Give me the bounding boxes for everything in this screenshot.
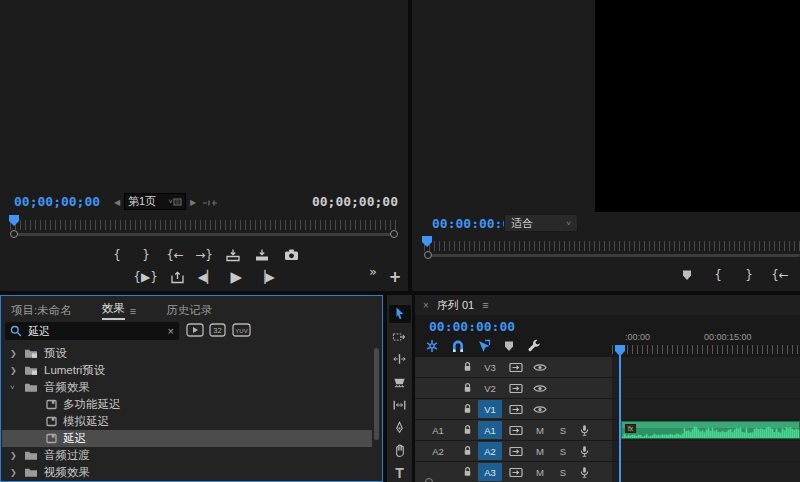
solo-button[interactable]: S bbox=[555, 441, 571, 461]
effects-tree-effect[interactable]: 延迟 bbox=[2, 430, 372, 447]
effects-scrollbar[interactable] bbox=[374, 348, 379, 440]
clear-search-icon[interactable]: × bbox=[168, 325, 174, 337]
selection-tool[interactable] bbox=[389, 305, 411, 323]
effects-tree-folder[interactable]: ˅音频效果 bbox=[2, 379, 372, 396]
hand-tool[interactable] bbox=[389, 442, 411, 460]
panel-menu-icon[interactable]: ≡ bbox=[130, 305, 136, 317]
mute-button[interactable]: M bbox=[532, 462, 548, 482]
solo-button[interactable]: S bbox=[555, 462, 571, 482]
play-button[interactable]: ▶ bbox=[227, 268, 245, 286]
chevron-right-icon[interactable]: ❯ bbox=[10, 451, 18, 460]
track-lock-icon[interactable] bbox=[459, 357, 475, 377]
go-to-in-button[interactable]: {← bbox=[771, 266, 789, 284]
effects-tree-effect[interactable]: 模拟延迟 bbox=[2, 413, 372, 430]
track-lock-icon[interactable] bbox=[459, 462, 475, 482]
sync-lock-icon[interactable] bbox=[507, 420, 525, 440]
effects-search-field[interactable]: × bbox=[5, 322, 179, 340]
track-lane[interactable] bbox=[612, 399, 800, 419]
go-to-in-button[interactable]: {← bbox=[166, 246, 184, 264]
zoom-level-select[interactable]: 适合 ˅ bbox=[504, 214, 578, 232]
next-page-icon[interactable]: ▶ bbox=[190, 198, 196, 207]
track-lane[interactable] bbox=[612, 462, 800, 482]
type-tool[interactable]: T bbox=[389, 464, 411, 482]
track-select-forward-tool[interactable] bbox=[389, 328, 411, 346]
more-buttons-chevron[interactable]: » bbox=[364, 262, 382, 280]
snap-magnet-icon[interactable] bbox=[451, 340, 465, 353]
prev-page-icon[interactable]: ◀ bbox=[114, 198, 120, 207]
ripple-edit-tool[interactable] bbox=[389, 351, 411, 369]
voiceover-mic-icon[interactable] bbox=[576, 420, 592, 440]
tab-effects[interactable]: 效果 ≡ bbox=[102, 301, 136, 320]
timeline-ruler[interactable] bbox=[612, 345, 800, 354]
track-lock-icon[interactable] bbox=[459, 420, 475, 440]
effects-tree-folder[interactable]: ❯预设 bbox=[2, 345, 372, 362]
effects-tree-folder[interactable]: ❯视频效果 bbox=[2, 464, 372, 481]
voiceover-mic-icon[interactable] bbox=[576, 441, 592, 461]
mark-out-button[interactable]: } bbox=[740, 266, 758, 284]
track-visibility-eye-icon[interactable] bbox=[532, 378, 548, 398]
track-target-button[interactable]: A1 bbox=[478, 421, 502, 439]
tab-history[interactable]: 历史记录 bbox=[166, 303, 212, 318]
insert-button[interactable] bbox=[224, 246, 242, 264]
tab-project[interactable]: 项目:未命名 bbox=[11, 303, 72, 318]
track-lane[interactable]: fx bbox=[612, 420, 800, 440]
track-lock-icon[interactable] bbox=[459, 441, 475, 461]
track-lane[interactable] bbox=[612, 357, 800, 377]
chevron-right-icon[interactable]: ❯ bbox=[10, 349, 18, 358]
program-ruler[interactable] bbox=[424, 241, 800, 251]
accelerated-effects-badge[interactable] bbox=[186, 323, 204, 337]
page-ticks-icon[interactable] bbox=[202, 199, 218, 207]
overwrite-button[interactable] bbox=[253, 246, 271, 264]
voiceover-mic-icon[interactable] bbox=[576, 462, 592, 482]
mute-button[interactable]: M bbox=[532, 420, 548, 440]
timeline-settings-wrench-icon[interactable] bbox=[527, 339, 541, 353]
lift-button[interactable] bbox=[169, 268, 187, 286]
source-ruler[interactable] bbox=[10, 220, 400, 230]
track-lane[interactable] bbox=[612, 441, 800, 461]
mark-in-button[interactable]: { bbox=[709, 266, 727, 284]
sync-lock-icon[interactable] bbox=[507, 357, 525, 377]
close-tab-icon[interactable]: × bbox=[423, 300, 429, 311]
chevron-right-icon[interactable]: ❯ bbox=[10, 468, 18, 477]
track-target-button[interactable]: V3 bbox=[478, 358, 502, 376]
page-select[interactable]: 第1页 ˅ bbox=[124, 193, 186, 210]
sync-lock-icon[interactable] bbox=[507, 441, 525, 461]
search-input[interactable] bbox=[28, 325, 148, 337]
sync-lock-icon[interactable] bbox=[507, 462, 525, 482]
razor-tool[interactable] bbox=[389, 373, 411, 391]
linked-selection-icon[interactable] bbox=[477, 339, 491, 353]
step-back-button[interactable]: ◀▏ bbox=[198, 268, 216, 286]
track-lock-icon[interactable] bbox=[459, 378, 475, 398]
chevron-right-icon[interactable]: ❯ bbox=[10, 366, 18, 375]
track-target-button[interactable]: A3 bbox=[478, 463, 502, 481]
track-target-button[interactable]: A2 bbox=[478, 442, 502, 460]
track-visibility-eye-icon[interactable] bbox=[532, 357, 548, 377]
chevron-down-icon[interactable]: ˅ bbox=[10, 383, 18, 392]
yuv-effects-badge[interactable]: YUV bbox=[232, 323, 251, 337]
program-zoom-bar[interactable] bbox=[428, 254, 800, 257]
track-lane[interactable] bbox=[612, 378, 800, 398]
play-in-to-out-button[interactable]: {▶} bbox=[133, 268, 158, 286]
track-visibility-eye-icon[interactable] bbox=[532, 399, 548, 419]
source-zoom-bar[interactable] bbox=[14, 233, 394, 236]
track-target-button[interactable]: V2 bbox=[478, 379, 502, 397]
sync-lock-icon[interactable] bbox=[507, 378, 525, 398]
source-zoom-handle-right[interactable] bbox=[390, 230, 398, 238]
go-to-out-button[interactable]: →} bbox=[195, 246, 213, 264]
effects-tree-effect[interactable]: 多功能延迟 bbox=[2, 396, 372, 413]
nest-sequence-icon[interactable] bbox=[425, 339, 439, 353]
add-marker-button[interactable] bbox=[678, 266, 696, 284]
audio-clip[interactable]: fx bbox=[621, 421, 800, 439]
add-marker-icon[interactable] bbox=[503, 340, 515, 352]
effects-tree-folder[interactable]: ❯音频过渡 bbox=[2, 447, 372, 464]
mark-in-button[interactable]: { bbox=[108, 246, 126, 264]
timeline-scroll-handle[interactable] bbox=[425, 478, 433, 482]
source-zoom-handle-left[interactable] bbox=[10, 230, 18, 238]
button-editor-add[interactable]: + bbox=[386, 268, 404, 286]
source-patch-label[interactable]: A2 bbox=[425, 441, 451, 461]
sync-lock-icon[interactable] bbox=[507, 399, 525, 419]
tab-sequence-01[interactable]: 序列 01 bbox=[437, 298, 474, 313]
program-zoom-handle-left[interactable] bbox=[424, 251, 432, 259]
mark-out-button[interactable]: } bbox=[137, 246, 155, 264]
track-target-button[interactable]: V1 bbox=[478, 400, 502, 418]
